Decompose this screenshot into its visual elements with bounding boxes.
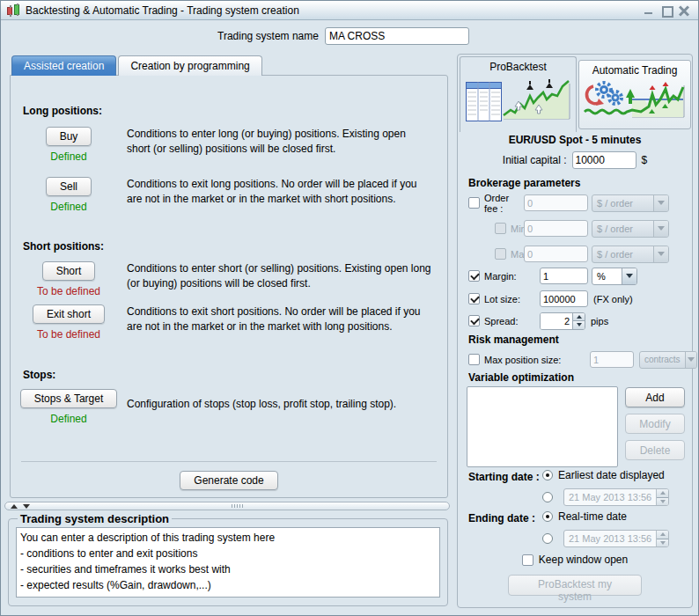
max-position-input[interactable] xyxy=(590,351,634,368)
lot-size-checkbox[interactable] xyxy=(468,293,480,304)
spread-stepper[interactable] xyxy=(540,312,585,330)
order-fee-checkbox[interactable] xyxy=(468,197,480,209)
tab-probacktest[interactable]: ProBacktest xyxy=(460,56,577,132)
keep-window-checkbox[interactable] xyxy=(522,554,533,566)
long-positions-title: Long positions: xyxy=(23,105,102,117)
spinner-down-icon[interactable] xyxy=(573,320,585,329)
starting-date-custom-row: 21 May 2013 13:56 xyxy=(542,488,669,506)
modify-variable-button[interactable]: Modify xyxy=(625,414,685,434)
margin-unit-dropdown[interactable]: % xyxy=(592,268,637,285)
window-title: Backtesting & Automatic Trading - Tradin… xyxy=(26,4,638,17)
max-fee-input[interactable] xyxy=(524,246,588,262)
short-status: To be defined xyxy=(37,285,100,297)
trading-system-name-input[interactable] xyxy=(325,27,469,45)
delete-variable-button[interactable]: Delete xyxy=(625,440,685,460)
min-fee-row: Min: $ / order xyxy=(468,219,687,238)
autotrading-gears-icon xyxy=(583,78,687,124)
initial-capital-unit: $ xyxy=(642,154,648,166)
app-candlestick-icon xyxy=(6,4,20,18)
order-fee-row: Order fee : $ / order xyxy=(468,194,687,212)
keep-window-label: Keep window open xyxy=(539,554,628,566)
stops-target-description: Configuration of stops (stop loss, profi… xyxy=(127,389,442,425)
splitter-grip[interactable] xyxy=(232,504,243,508)
title-bar: Backtesting & Automatic Trading - Tradin… xyxy=(1,1,698,20)
max-fee-unit-dropdown[interactable]: $ / order xyxy=(592,246,669,263)
order-fee-unit-dropdown[interactable]: $ / order xyxy=(592,194,669,212)
generate-code-button[interactable]: Generate code xyxy=(180,471,277,490)
sell-status: Defined xyxy=(50,201,86,213)
probacktest-chart-icon xyxy=(465,75,572,126)
add-variable-button[interactable]: Add xyxy=(625,387,685,407)
starting-date-label: Starting date : xyxy=(468,471,540,483)
max-fee-checkbox[interactable] xyxy=(495,248,506,260)
dropdown-arrow-icon xyxy=(653,246,668,262)
max-fee-row: Max: $ / order xyxy=(468,245,687,263)
exit-short-button[interactable]: Exit short xyxy=(33,304,105,324)
min-fee-unit-dropdown[interactable]: $ / order xyxy=(592,220,669,238)
stops-target-button[interactable]: Stops & Target xyxy=(20,389,118,408)
starting-date-earliest-radio[interactable] xyxy=(542,470,553,480)
minimize-icon[interactable] xyxy=(644,5,654,16)
order-fee-input[interactable] xyxy=(524,194,588,211)
spread-label: Spread: xyxy=(484,316,519,326)
spinner-down-icon[interactable] xyxy=(657,497,668,506)
dropdown-arrow-icon xyxy=(653,221,668,237)
ending-date-custom-row: 21 May 2013 13:56 xyxy=(542,530,669,547)
close-icon[interactable] xyxy=(679,5,689,16)
margin-input[interactable] xyxy=(540,268,588,284)
creation-tabs: Assisted creation Creation by programmin… xyxy=(11,55,262,76)
starting-date-value: 21 May 2013 13:56 xyxy=(564,489,656,505)
instrument-label: EUR/USD Spot - 5 minutes xyxy=(458,134,692,146)
tab-assisted-creation-label: Assisted creation xyxy=(24,60,104,72)
spinner-up-icon[interactable] xyxy=(657,531,668,539)
ending-date-realtime-radio[interactable] xyxy=(542,511,553,522)
min-fee-input[interactable] xyxy=(524,220,588,237)
sell-button[interactable]: Sell xyxy=(46,177,92,196)
starting-date-picker[interactable]: 21 May 2013 13:56 xyxy=(563,488,669,506)
tab-creation-by-programming-label: Creation by programming xyxy=(130,60,249,72)
backtest-panel: ProBacktest Automatic Tra xyxy=(457,54,693,608)
margin-checkbox[interactable] xyxy=(468,270,480,282)
stops-target-status: Defined xyxy=(50,413,86,425)
tab-automatic-trading[interactable]: Automatic Trading xyxy=(578,60,691,129)
dropdown-arrow-icon xyxy=(653,195,668,211)
short-positions-title: Short positions: xyxy=(23,240,104,253)
spinner-up-icon[interactable] xyxy=(573,313,585,321)
margin-label: Margin: xyxy=(484,271,517,282)
min-fee-unit-label: $ / order xyxy=(592,221,653,237)
keep-window-row: Keep window open xyxy=(458,554,692,566)
variable-optimization-list[interactable] xyxy=(467,386,618,467)
probacktest-my-system-button[interactable]: ProBacktest my system xyxy=(508,575,642,596)
initial-capital-input[interactable] xyxy=(572,151,636,169)
starting-date-option-row: Earliest date displayed xyxy=(542,469,665,481)
tab-assisted-creation[interactable]: Assisted creation xyxy=(11,55,116,76)
spread-checkbox[interactable] xyxy=(468,315,480,326)
brokerage-title: Brokerage parameters xyxy=(468,177,580,189)
maximize-icon[interactable] xyxy=(661,5,672,16)
starting-date-custom-radio[interactable] xyxy=(542,492,553,502)
buy-status: Defined xyxy=(50,150,86,163)
margin-unit-label: % xyxy=(592,268,622,284)
max-position-unit-dropdown[interactable]: contracts xyxy=(639,351,697,369)
lot-size-input[interactable] xyxy=(540,290,588,307)
short-button[interactable]: Short xyxy=(42,261,96,281)
splitter-down-arrow-icon[interactable] xyxy=(23,504,30,509)
tab-creation-by-programming[interactable]: Creation by programming xyxy=(118,55,261,76)
trading-system-name-label: Trading system name xyxy=(217,30,319,42)
buy-row: Buy Defined Conditions to enter long (or… xyxy=(11,127,442,163)
initial-capital-label: Initial capital : xyxy=(503,154,567,166)
spread-input[interactable] xyxy=(541,313,572,329)
trading-system-description-input[interactable]: You can enter a description of this trad… xyxy=(16,527,440,598)
trading-system-name-row: Trading system name xyxy=(217,27,469,45)
min-fee-checkbox[interactable] xyxy=(495,223,506,234)
splitter-up-arrow-icon[interactable] xyxy=(11,504,18,509)
ending-date-picker[interactable]: 21 May 2013 13:56 xyxy=(563,530,669,547)
max-position-checkbox[interactable] xyxy=(468,354,480,365)
max-position-unit-label: contracts xyxy=(640,352,685,368)
buy-button[interactable]: Buy xyxy=(46,127,92,146)
spinner-down-icon[interactable] xyxy=(657,539,668,547)
spinner-up-icon[interactable] xyxy=(657,489,668,497)
exit-short-status: To be defined xyxy=(37,328,100,341)
ending-date-custom-radio[interactable] xyxy=(542,533,553,544)
description-splitter[interactable] xyxy=(4,502,450,510)
